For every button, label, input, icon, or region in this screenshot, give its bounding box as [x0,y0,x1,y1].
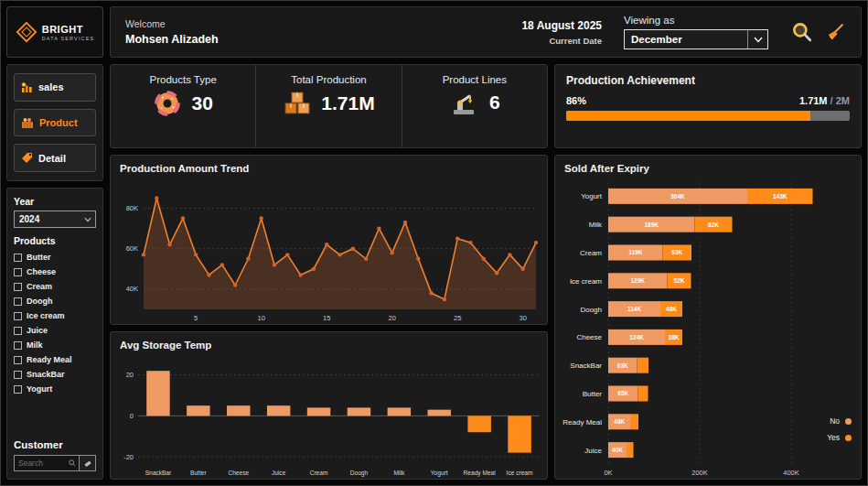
svg-text:40K: 40K [126,285,138,293]
date-block: 18 August 2025 Current Date [521,19,602,46]
trend-chart-title: Production Amount Trend [111,156,547,177]
product-label: Juice [27,326,48,335]
svg-text:20: 20 [126,371,134,379]
svg-text:114K: 114K [627,306,641,312]
svg-text:Doogh: Doogh [350,470,369,477]
sold-after-expiry-panel: Sold After Expiry 0K200K400KYogurt304K14… [554,155,862,480]
sold-after-expiry-chart: 0K200K400KYogurt304K143KMilk189K82KCream… [555,177,861,479]
product-label: Doogh [27,297,53,306]
sidebar-item-product[interactable]: Product [14,109,96,137]
customer-search-box [14,455,96,471]
achievement-progress-fill [566,111,810,121]
product-checkbox-row[interactable]: Juice [14,323,96,338]
search-icon[interactable] [790,20,814,44]
viewing-as-select[interactable]: December [624,29,768,49]
kpi-products-type: Products Type 30 [111,65,256,147]
viewing-as-label: Viewing as [624,15,768,26]
sold-after-expiry-title: Sold After Expiry [555,156,861,177]
checkbox[interactable] [14,385,22,394]
svg-text:40K: 40K [612,447,623,453]
customer-label: Customer [14,439,96,450]
viewing-as-block: Viewing as December [624,15,768,49]
legend-label: No [830,416,840,426]
svg-text:Juice: Juice [584,447,602,455]
svg-text:38K: 38K [669,334,680,340]
svg-text:0: 0 [130,412,134,420]
checkbox[interactable] [14,371,22,379]
achievement-target: 1.71M / 2M [799,95,850,106]
product-label: Ice cream [27,311,65,320]
svg-text:63K: 63K [671,249,682,255]
nav-panel: sales Product [6,64,103,181]
trend-chart: 40K60K80K51015202530 [111,177,547,324]
svg-text:60K: 60K [126,244,138,253]
checkbox[interactable] [14,268,22,276]
svg-text:15: 15 [323,314,330,322]
svg-text:Doogh: Doogh [580,306,602,314]
checkbox[interactable] [14,327,22,335]
header-icons [790,20,846,44]
body: sales Product [6,64,862,480]
svg-text:48K: 48K [614,418,625,425]
product-checkbox-row[interactable]: Ready Meal [14,352,96,367]
achievement-separator: / [830,95,833,106]
logo-brand: BRIGHT [42,24,95,35]
sidebar-item-label: Detail [38,153,66,164]
sidebar-item-detail[interactable]: Detail [14,144,96,172]
svg-text:Butter: Butter [190,470,207,476]
checkbox[interactable] [14,297,22,306]
legend-item-yes[interactable]: Yes [827,433,852,442]
sidebar-item-label: Product [39,117,78,128]
product-checkbox-row[interactable]: Doogh [14,294,96,308]
products-label: Products [14,235,96,246]
product-checkbox-row[interactable]: Ice cream [14,308,96,323]
svg-text:SnackBar: SnackBar [145,470,172,476]
broom-clear-icon[interactable] [825,22,846,43]
checkbox[interactable] [14,356,22,364]
search-icon [69,459,76,467]
product-checkbox-row[interactable]: Yogurt [14,382,96,396]
svg-text:20: 20 [389,314,396,322]
product-checkbox-row[interactable]: Cheese [14,265,96,279]
svg-text:52K: 52K [674,277,685,284]
product-label: Ready Meal [27,355,72,364]
robot-arm-icon [449,89,480,116]
checkbox[interactable] [14,283,22,291]
legend-dot-no [845,418,852,425]
product-checkbox-row[interactable]: SnackBar [14,367,96,382]
svg-text:65K: 65K [617,390,628,396]
donut-icon [153,89,182,118]
product-checkbox-row[interactable]: Milk [14,338,96,352]
year-select[interactable]: 2024 [14,211,96,228]
svg-text:82K: 82K [708,221,719,228]
svg-text:304K: 304K [670,193,685,200]
legend-item-no[interactable]: No [830,416,852,426]
kpi-value: 1.71M [321,92,374,114]
welcome-label: Welcome [125,18,219,29]
checkbox[interactable] [14,341,22,350]
svg-text:189K: 189K [644,221,659,228]
product-label: Butter [27,253,51,262]
clear-filter-icon[interactable] [79,456,95,470]
search-input[interactable] [15,459,69,468]
checkbox[interactable] [14,312,22,320]
checkbox[interactable] [14,254,22,262]
achievement-percent: 86% [566,95,586,106]
svg-text:-20: -20 [123,453,134,461]
achievement-progress-track [566,111,850,121]
storage-temp-chart: -20020SnackBarButterCheeseJuiceCreamDoog… [111,353,547,479]
product-label: Yogurt [27,384,52,394]
svg-text:Milk: Milk [393,470,404,476]
svg-text:Cheese: Cheese [228,470,249,476]
product-label: Cream [27,282,52,291]
kpi-label: Products Type [150,74,217,85]
kpi-total-production: Total Production 1.71M [256,65,402,147]
svg-text:Cream: Cream [580,249,602,257]
product-checkbox-row[interactable]: Butter [14,250,96,265]
sidebar-item-sales[interactable]: sales [14,73,96,102]
svg-text:200K: 200K [691,469,708,477]
svg-text:48K: 48K [666,306,677,312]
svg-text:Cream: Cream [310,470,328,476]
legend-label: Yes [827,433,840,442]
product-checkbox-row[interactable]: Cream [14,279,96,294]
